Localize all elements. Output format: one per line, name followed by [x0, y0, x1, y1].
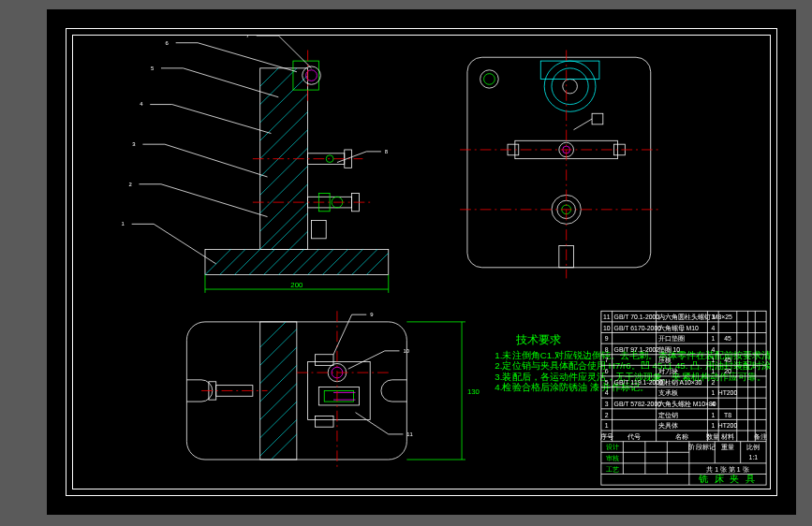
- svg-text:定位销: 定位销: [658, 412, 678, 418]
- svg-line-55: [278, 36, 311, 68]
- tech-title: 技术要求: [515, 333, 561, 345]
- bom-and-title-block: 序号 代号 名称 数量 材料 备注 11GB/T 70.1-2000内六角圆柱头…: [600, 311, 768, 485]
- svg-text:GB/T 70.1-2000: GB/T 70.1-2000: [614, 314, 660, 320]
- svg-text:1: 1: [605, 422, 609, 429]
- hdr-code: 代号: [627, 433, 641, 440]
- balloon-10: 10: [403, 348, 409, 354]
- balloon-5: 5: [151, 66, 154, 71]
- svg-rect-90: [315, 416, 333, 428]
- svg-line-22: [322, 249, 347, 274]
- svg-line-24: [352, 249, 377, 274]
- dim-plan-height: 130: [467, 387, 480, 396]
- svg-point-27: [303, 66, 321, 84]
- svg-text:20: 20: [724, 368, 731, 374]
- svg-line-18: [264, 249, 289, 274]
- balloon-7: 7: [246, 36, 249, 38]
- svg-line-25: [366, 253, 388, 274]
- svg-text:8: 8: [605, 346, 609, 353]
- svg-text:4: 4: [605, 389, 609, 396]
- svg-text:1: 1: [711, 412, 715, 418]
- svg-text:HT200: HT200: [718, 422, 738, 429]
- balloon-3: 3: [132, 141, 135, 147]
- svg-rect-39: [312, 220, 327, 238]
- svg-line-10: [260, 68, 297, 105]
- svg-text:GB/T 119.1-2000: GB/T 119.1-2000: [614, 379, 664, 386]
- svg-text:圆柱销 A10×30: 圆柱销 A10×30: [658, 379, 702, 386]
- svg-line-17: [249, 249, 274, 274]
- svg-text:1: 1: [711, 422, 715, 429]
- balloon-9: 9: [370, 312, 373, 317]
- svg-line-80: [260, 419, 297, 456]
- view-front: 200 1 2 3 4 5 6: [122, 36, 389, 293]
- svg-text:1: 1: [711, 357, 715, 363]
- val-sheet: 共 1 张 第 1 张: [706, 466, 748, 474]
- svg-point-63: [480, 70, 499, 88]
- svg-line-11: [260, 68, 279, 86]
- svg-line-2: [260, 202, 308, 249]
- svg-text:夹具体: 夹具体: [658, 422, 678, 430]
- view-plan: 130 9 10 11: [186, 311, 480, 470]
- svg-text:1: 1: [711, 389, 715, 396]
- table-row: 2定位销1T8: [605, 412, 731, 418]
- svg-text:2: 2: [605, 412, 609, 418]
- drawing-frame-outer: 200 1 2 3 4 5 6: [66, 28, 777, 496]
- svg-line-13: [289, 231, 308, 249]
- balloon-11: 11: [406, 431, 413, 437]
- table-row: 10GB/T 6170-2000六角螺母 M104: [603, 325, 715, 331]
- svg-text:3: 3: [711, 314, 715, 320]
- svg-line-87: [271, 434, 296, 460]
- svg-line-7: [260, 111, 308, 158]
- drawing-svg: 200 1 2 3 4 5 6: [73, 36, 770, 489]
- svg-text:7: 7: [605, 357, 609, 363]
- cad-model-space[interactable]: 200 1 2 3 4 5 6: [47, 9, 796, 515]
- svg-text:5: 5: [605, 379, 609, 386]
- svg-point-64: [484, 74, 495, 85]
- svg-rect-62: [540, 61, 599, 79]
- table-row: 3GB/T 5782-2000六角头螺栓 M10×804: [605, 401, 716, 407]
- balloon-6: 6: [166, 40, 169, 46]
- dim-front-width: 200: [290, 281, 303, 289]
- lbl-stage: 阶段标记: [688, 444, 715, 450]
- svg-text:六角螺母 M10: 六角螺母 M10: [658, 325, 700, 331]
- svg-text:支承板: 支承板: [658, 389, 678, 396]
- svg-text:4: 4: [711, 346, 715, 353]
- hdr-name: 名称: [675, 433, 688, 440]
- svg-text:压板: 压板: [658, 357, 672, 363]
- svg-text:开口垫圈: 开口垫圈: [658, 335, 685, 342]
- val-scale: 1:1: [749, 454, 759, 460]
- svg-text:11: 11: [603, 314, 611, 320]
- hdr-no: 序号: [600, 433, 613, 440]
- svg-line-109: [356, 413, 389, 434]
- svg-line-16: [234, 249, 259, 274]
- svg-line-19: [278, 249, 303, 274]
- svg-line-20: [293, 249, 318, 274]
- view-side: [460, 50, 657, 278]
- svg-line-105: [333, 314, 352, 355]
- hdr-qty: 数量: [706, 433, 719, 440]
- balloon-8: 8: [385, 149, 388, 154]
- balloon-2: 2: [128, 182, 131, 187]
- svg-text:1: 1: [711, 368, 715, 374]
- lbl-drawn: 设计: [606, 444, 619, 450]
- svg-text:T8: T8: [724, 412, 731, 418]
- table-row: 11GB/T 70.1-2000内六角圆柱头螺钉 M8×253: [603, 314, 732, 320]
- svg-text:GB/T 97.1-2002: GB/T 97.1-2002: [614, 346, 660, 353]
- svg-line-107: [348, 351, 385, 369]
- svg-text:3: 3: [605, 401, 609, 407]
- svg-line-14: [205, 249, 230, 274]
- table-row: 1夹具体1HT200: [605, 422, 738, 430]
- svg-line-23: [337, 249, 362, 274]
- svg-text:垫圈 10: 垫圈 10: [658, 346, 681, 353]
- svg-rect-93: [318, 387, 359, 405]
- svg-line-45: [161, 184, 268, 217]
- svg-text:GB/T 5782-2000: GB/T 5782-2000: [614, 401, 662, 407]
- lbl-check: 审核: [606, 455, 619, 462]
- svg-text:六角头螺栓 M10×80: 六角头螺栓 M10×80: [658, 401, 716, 407]
- svg-line-85: [260, 329, 297, 366]
- svg-text:4: 4: [711, 325, 715, 331]
- svg-text:6: 6: [605, 368, 609, 374]
- svg-line-49: [172, 105, 272, 134]
- balloon-1: 1: [122, 221, 125, 226]
- svg-line-43: [154, 224, 216, 264]
- svg-text:HT200: HT200: [718, 389, 738, 396]
